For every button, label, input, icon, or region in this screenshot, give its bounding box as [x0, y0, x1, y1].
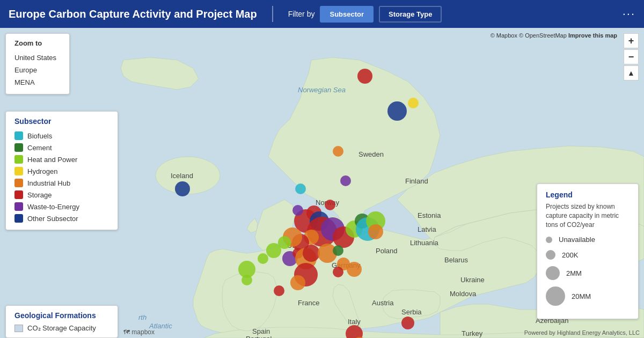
legend-size-item-0: Unavailable — [546, 236, 630, 244]
project-dot-42[interactable] — [401, 317, 414, 329]
project-dot-1[interactable] — [387, 101, 407, 121]
project-dot-40[interactable] — [346, 325, 363, 338]
subsector-legend-panel: Subsector BiofuelsCementHeat and PowerHy… — [5, 111, 118, 230]
filter-area: Filter by Subsector Storage Type — [288, 6, 442, 23]
map-attribution: © Mapbox © OpenStreetMap Improve this ma… — [491, 32, 617, 39]
legend-description: Projects sized by known capture capacity… — [546, 202, 630, 229]
legend-size-item-2: 2MM — [546, 266, 630, 280]
subsector-label-1: Cement — [27, 144, 52, 152]
legend-circle-1 — [546, 250, 555, 260]
legend-size-label-1: 200K — [562, 251, 578, 259]
subsector-color-3 — [14, 167, 23, 175]
subsector-label-4: Industrial Hub — [27, 179, 70, 187]
geo-color-swatch — [14, 325, 23, 332]
mapbox-logo: 🗺 mapbox — [123, 328, 155, 336]
filter-label: Filter by — [288, 10, 315, 18]
osm-attribution: © OpenStreetMap — [519, 32, 567, 39]
improve-map-link[interactable]: Improve this map — [568, 32, 617, 39]
subsector-item-industrial-hub: Industrial Hub — [14, 177, 109, 189]
legend-size-item-3: 20MM — [546, 286, 630, 306]
subsector-label-6: Waste-to-Energy — [27, 203, 79, 211]
project-dot-3[interactable] — [333, 146, 343, 157]
subsector-label-0: Biofuels — [27, 132, 52, 140]
subsector-label-3: Hydrogen — [27, 167, 57, 175]
header-divider — [272, 6, 273, 22]
bottom-attribution: Powered by Highland Energy Analytics, LL… — [524, 329, 640, 336]
project-dot-37[interactable] — [290, 275, 305, 290]
mapbox-attribution: © Mapbox — [491, 32, 517, 39]
legend-circle-2 — [546, 266, 560, 280]
legend-size-label-2: 2MM — [566, 269, 582, 277]
map-container: Norwegian Sea Iceland Sweden Finland Nor… — [0, 28, 644, 338]
subsector-item-hydrogen: Hydrogen — [14, 165, 109, 177]
subsector-item-waste-to-energy: Waste-to-Energy — [14, 201, 109, 212]
subsector-color-5 — [14, 190, 23, 199]
size-legend-panel: Legend Projects sized by known capture c… — [537, 183, 639, 319]
project-dot-23[interactable] — [266, 243, 281, 258]
compass-button[interactable]: ▲ — [624, 65, 639, 80]
subsector-item-storage: Storage — [14, 189, 109, 201]
project-dot-2[interactable] — [408, 98, 419, 108]
project-dot-39[interactable] — [175, 181, 190, 196]
subsector-filter-button[interactable]: Subsector — [320, 6, 374, 23]
subsector-item-heat-and-power: Heat and Power — [14, 153, 109, 165]
subsector-items-container: BiofuelsCementHeat and PowerHydrogenIndu… — [14, 130, 109, 224]
project-dot-38[interactable] — [274, 285, 284, 296]
map-zoom-controls: + − ▲ — [624, 33, 639, 80]
zoom-out-button[interactable]: − — [624, 49, 639, 64]
project-dot-4[interactable] — [340, 175, 351, 186]
subsector-label-7: Other Subsector — [27, 215, 78, 223]
page-title: Europe Carbon Capture Activity and Proje… — [9, 8, 257, 20]
project-dot-35[interactable] — [347, 262, 362, 277]
project-dot-26[interactable] — [241, 275, 252, 285]
storage-type-filter-button[interactable]: Storage Type — [379, 6, 442, 23]
legend-sizes-container: Unavailable 200K 2MM 20MM — [546, 236, 630, 306]
subsector-item-other-subsector: Other Subsector — [14, 212, 109, 224]
project-dot-5[interactable] — [295, 183, 306, 194]
project-dot-32[interactable] — [333, 245, 343, 256]
subsector-color-1 — [14, 143, 23, 152]
subsector-color-0 — [14, 131, 23, 140]
project-dot-34[interactable] — [333, 267, 343, 277]
subsector-panel-title: Subsector — [14, 117, 109, 126]
zoom-in-button[interactable]: + — [624, 33, 639, 48]
project-dot-19[interactable] — [368, 224, 383, 239]
subsector-item-cement: Cement — [14, 142, 109, 153]
geo-panel-title: Geological Formations — [14, 311, 109, 320]
legend-panel-title: Legend — [546, 190, 630, 199]
project-dot-9[interactable] — [292, 205, 303, 216]
legend-size-item-1: 200K — [546, 250, 630, 260]
geological-formations-panel: Geological Formations CO₂ Storage Capaci… — [5, 305, 118, 338]
geo-item-label: CO₂ Storage Capacity — [27, 324, 96, 332]
project-dot-24[interactable] — [258, 253, 268, 264]
app-header: Europe Carbon Capture Activity and Proje… — [0, 0, 644, 28]
zoom-panel-title: Zoom to — [14, 39, 61, 47]
subsector-label-2: Heat and Power — [27, 156, 77, 164]
subsector-color-6 — [14, 202, 23, 211]
zoom-to-panel: Zoom to United States Europe MENA — [5, 33, 70, 94]
legend-circle-0 — [546, 237, 552, 243]
subsector-item-biofuels: Biofuels — [14, 130, 109, 142]
legend-size-label-0: Unavailable — [559, 236, 595, 244]
more-options-button[interactable]: ··· — [623, 7, 635, 21]
subsector-label-5: Storage — [27, 191, 52, 199]
zoom-mena[interactable]: MENA — [14, 76, 61, 89]
subsector-color-2 — [14, 155, 23, 164]
project-dot-6[interactable] — [325, 200, 335, 210]
project-dot-0[interactable] — [357, 69, 372, 84]
subsector-color-7 — [14, 214, 23, 223]
legend-circle-3 — [546, 286, 565, 306]
zoom-united-states[interactable]: United States — [14, 52, 61, 64]
zoom-europe[interactable]: Europe — [14, 64, 61, 76]
geo-item-co2: CO₂ Storage Capacity — [14, 324, 109, 332]
subsector-color-4 — [14, 179, 23, 187]
legend-size-label-3: 20MM — [572, 292, 591, 300]
